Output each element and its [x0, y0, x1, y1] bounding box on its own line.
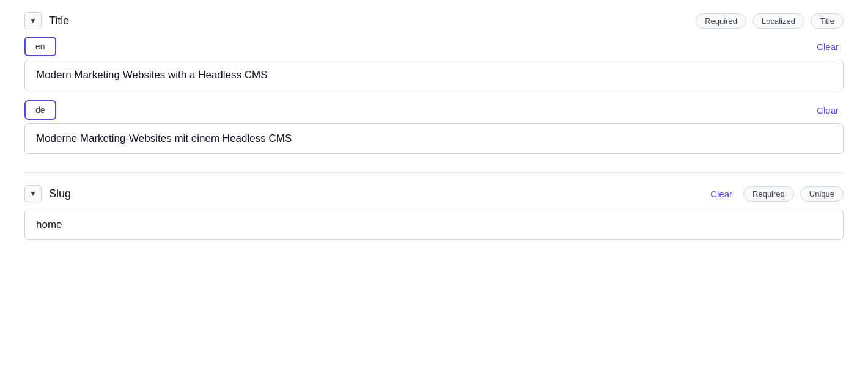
title-required-badge: Required: [696, 13, 746, 29]
title-header-left: ▼ Title: [24, 12, 69, 29]
title-de-input[interactable]: [24, 123, 844, 154]
title-field-section: ▼ Title Required Localized Title en Clea…: [24, 12, 844, 154]
slug-required-badge: Required: [743, 186, 794, 202]
slug-collapse-button[interactable]: ▼: [24, 185, 42, 202]
title-field-header: ▼ Title Required Localized Title: [24, 12, 844, 29]
title-de-locale-row: de Clear: [24, 100, 844, 120]
title-de-locale-tag: de: [24, 100, 56, 120]
title-en-locale-row: en Clear: [24, 37, 844, 56]
slug-unique-badge: Unique: [800, 186, 844, 202]
title-en-clear-button[interactable]: Clear: [812, 39, 844, 54]
title-header-right: Required Localized Title: [696, 13, 844, 29]
title-field-label: Title: [49, 15, 69, 27]
slug-header-left: ▼ Slug: [24, 185, 71, 202]
slug-clear-button[interactable]: Clear: [705, 186, 737, 202]
title-de-locale-block: de Clear: [24, 100, 844, 154]
page-container: ▼ Title Required Localized Title en Clea…: [0, 0, 868, 391]
title-en-locale-block: en Clear: [24, 37, 844, 90]
slug-field-section: ▼ Slug Clear Required Unique: [24, 185, 844, 240]
slug-field-header: ▼ Slug Clear Required Unique: [24, 185, 844, 202]
title-title-badge: Title: [811, 13, 844, 29]
title-en-input[interactable]: [24, 60, 844, 90]
title-en-locale-tag: en: [24, 37, 56, 56]
slug-header-right: Clear Required Unique: [705, 186, 844, 202]
slug-input[interactable]: [24, 210, 844, 240]
title-localized-badge: Localized: [752, 13, 804, 29]
title-collapse-button[interactable]: ▼: [24, 12, 42, 29]
title-de-clear-button[interactable]: Clear: [812, 103, 844, 118]
section-divider: [24, 172, 844, 173]
slug-field-label: Slug: [49, 188, 71, 200]
